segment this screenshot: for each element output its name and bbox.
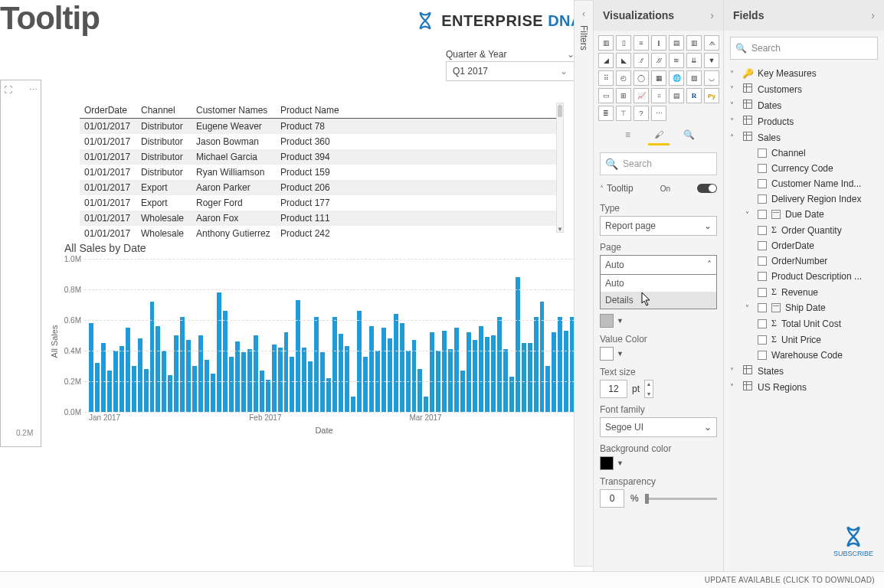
chevron-left-icon[interactable]: ‹ bbox=[582, 8, 585, 19]
tooltip-toggle[interactable] bbox=[697, 184, 717, 193]
viz-qna[interactable]: ? bbox=[634, 106, 649, 121]
bar[interactable] bbox=[332, 317, 337, 412]
bar[interactable] bbox=[101, 343, 106, 412]
table-row[interactable]: 01/01/2017WholesaleAnthony GutierrezProd… bbox=[80, 226, 559, 241]
bar[interactable] bbox=[394, 314, 398, 412]
field-unit-price[interactable]: ΣUnit Price bbox=[728, 332, 879, 348]
viz-r-script[interactable]: R bbox=[686, 88, 702, 103]
option-auto[interactable]: Auto bbox=[601, 275, 716, 292]
table-dates[interactable]: ˅Dates bbox=[728, 97, 879, 113]
viz-kpi[interactable]: 📈 bbox=[634, 88, 649, 103]
bar[interactable] bbox=[442, 331, 447, 412]
field-orderdate[interactable]: OrderDate bbox=[728, 238, 879, 253]
viz-stacked-area[interactable]: ◣ bbox=[616, 53, 631, 68]
viz-table[interactable]: ▤ bbox=[669, 88, 684, 103]
bar[interactable] bbox=[241, 352, 246, 412]
chevron-right-icon[interactable]: › bbox=[871, 9, 875, 21]
field-checkbox[interactable] bbox=[758, 272, 767, 281]
label-color-swatch[interactable]: ▼ bbox=[600, 314, 717, 328]
bar[interactable] bbox=[192, 366, 197, 412]
viz-scatter[interactable]: ⠿ bbox=[598, 70, 614, 86]
dropdown-type[interactable]: Report page ⌄ bbox=[600, 216, 717, 236]
viz-clustered-bar[interactable]: ≡ bbox=[634, 35, 649, 51]
col-product[interactable]: Product Name bbox=[276, 103, 345, 118]
table-row[interactable]: 01/01/2017DistributorEugene WeaverProduc… bbox=[80, 119, 559, 134]
bar[interactable] bbox=[369, 326, 374, 412]
bar[interactable] bbox=[120, 346, 124, 412]
bar[interactable] bbox=[296, 300, 300, 412]
field-checkbox[interactable] bbox=[758, 335, 767, 345]
bar[interactable] bbox=[302, 348, 306, 412]
chevron-down-icon[interactable]: ˅ bbox=[730, 101, 738, 109]
bar[interactable] bbox=[266, 380, 270, 412]
bar[interactable] bbox=[460, 371, 465, 412]
bar[interactable] bbox=[272, 345, 277, 412]
tab-fields[interactable]: ≡ bbox=[619, 127, 637, 142]
bar[interactable] bbox=[132, 366, 136, 412]
chevron-down-icon[interactable]: ˅ bbox=[745, 211, 753, 219]
dropdown-font-family[interactable]: Segoe UI ⌄ bbox=[600, 417, 717, 437]
table-row[interactable]: 01/01/2017WholesaleAaron FoxProduct 111 bbox=[80, 211, 559, 226]
viz-key-influencers[interactable]: ≣ bbox=[598, 106, 614, 121]
field-checkbox[interactable] bbox=[758, 303, 767, 312]
format-search[interactable]: 🔍 Search bbox=[600, 152, 717, 175]
viz-import-custom[interactable]: ⋯ bbox=[651, 106, 666, 121]
viz-funnel[interactable]: ▼ bbox=[704, 53, 719, 68]
bar[interactable] bbox=[205, 360, 209, 412]
viz-line-clustered[interactable]: ⫻ bbox=[651, 53, 666, 68]
bar[interactable] bbox=[229, 357, 234, 412]
viz-line[interactable]: ⩕ bbox=[704, 35, 719, 51]
slicer-quarter-year[interactable]: Quarter & Year ⌄ Q1 2017 ⌄ bbox=[446, 49, 575, 81]
viz-100-bar[interactable]: ▤ bbox=[669, 35, 684, 51]
field-warehouse-code[interactable]: Warehouse Code bbox=[728, 348, 879, 363]
bar[interactable] bbox=[467, 332, 471, 412]
bar[interactable] bbox=[107, 371, 112, 412]
viz-line-stacked[interactable]: ⫽ bbox=[634, 53, 649, 68]
viz-gauge[interactable]: ◡ bbox=[704, 70, 719, 86]
chevron-down-icon[interactable]: ˅ bbox=[730, 367, 738, 375]
table-row[interactable]: 01/01/2017DistributorJason BowmanProduct… bbox=[80, 134, 559, 149]
bar[interactable] bbox=[552, 332, 556, 412]
col-orderdate[interactable]: OrderDate bbox=[80, 103, 136, 118]
table-key-measures[interactable]: ˅🔑Key Measures bbox=[728, 66, 879, 81]
transparency-slider[interactable] bbox=[645, 498, 717, 500]
bar[interactable] bbox=[339, 334, 343, 412]
bar[interactable] bbox=[534, 317, 539, 412]
transparency-input[interactable]: 0 bbox=[600, 489, 624, 508]
bar[interactable] bbox=[522, 343, 526, 412]
field-total-unit-cost[interactable]: ΣTotal Unit Cost bbox=[728, 315, 879, 332]
fields-search[interactable]: 🔍 Search bbox=[730, 37, 878, 60]
bar[interactable] bbox=[211, 374, 215, 412]
format-card-tooltip[interactable]: ˄ Tooltip On bbox=[600, 180, 717, 197]
bar[interactable] bbox=[540, 302, 545, 412]
status-bar[interactable]: UPDATE AVAILABLE (CLICK TO DOWNLOAD) bbox=[0, 571, 884, 588]
bar[interactable] bbox=[558, 317, 562, 412]
viz-python[interactable]: Py bbox=[704, 88, 719, 103]
bar[interactable] bbox=[126, 328, 130, 412]
bar[interactable] bbox=[278, 348, 283, 412]
bar[interactable] bbox=[454, 328, 459, 412]
bar[interactable] bbox=[95, 363, 100, 412]
viz-clustered-column[interactable]: ⫿ bbox=[651, 35, 666, 51]
bar[interactable] bbox=[326, 378, 331, 412]
viz-slicer[interactable]: ⌗ bbox=[651, 88, 666, 103]
bar[interactable] bbox=[381, 328, 386, 412]
bar[interactable] bbox=[430, 332, 434, 412]
viz-donut[interactable]: ◯ bbox=[634, 70, 649, 86]
table-visual[interactable]: OrderDate Channel Customer Names Product… bbox=[80, 103, 559, 233]
table-row[interactable]: 01/01/2017ExportAaron ParkerProduct 206 bbox=[80, 180, 559, 195]
field-due-date[interactable]: ˅Due Date bbox=[728, 207, 879, 222]
bar[interactable] bbox=[497, 317, 502, 412]
col-channel[interactable]: Channel bbox=[136, 103, 192, 118]
bar[interactable] bbox=[516, 277, 520, 412]
bar[interactable] bbox=[400, 323, 404, 412]
option-details[interactable]: Details bbox=[601, 292, 716, 309]
bar[interactable] bbox=[284, 332, 289, 412]
bar[interactable] bbox=[320, 352, 325, 412]
bar[interactable] bbox=[479, 326, 483, 412]
slider-thumb[interactable] bbox=[645, 494, 649, 504]
slicer-dropdown[interactable]: Q1 2017 ⌄ bbox=[446, 61, 575, 81]
col-customer[interactable]: Customer Names bbox=[192, 103, 276, 118]
viz-card[interactable]: ▭ bbox=[598, 88, 614, 103]
bar[interactable] bbox=[223, 311, 228, 412]
